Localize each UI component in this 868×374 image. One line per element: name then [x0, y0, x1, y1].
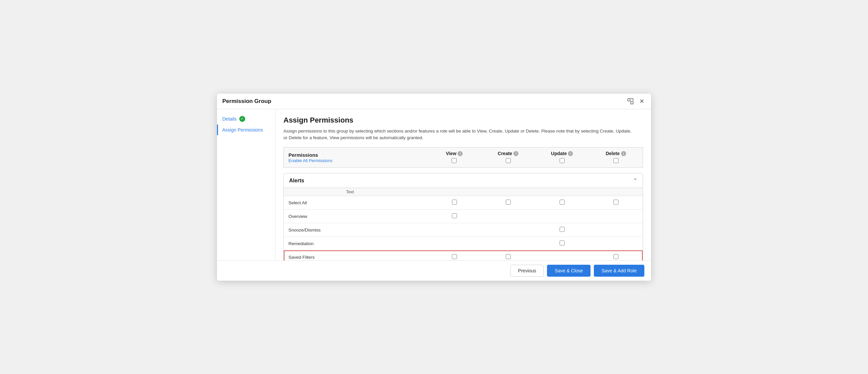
- alerts-table: Select AllOverviewSnooze/DismissRemediat…: [284, 196, 643, 260]
- row-create-cell: [481, 223, 535, 237]
- checkmark-icon: ✓: [239, 116, 245, 122]
- col-permissions-label: Permissions: [288, 152, 423, 158]
- alerts-header: Alerts ⌃: [284, 174, 643, 188]
- close-button[interactable]: ✕: [638, 97, 646, 105]
- col-delete-content: Delete i: [593, 151, 638, 156]
- modal-footer: Previous Save & Close Save & Add Role: [217, 260, 651, 281]
- row-update-checkbox-2[interactable]: [560, 227, 565, 232]
- row-create-cell: [481, 210, 535, 223]
- row-view-cell: [427, 250, 481, 260]
- view-all-checkbox[interactable]: [452, 158, 457, 163]
- alerts-title: Alerts: [289, 178, 304, 184]
- table-row: Remediation: [284, 237, 643, 250]
- expand-button[interactable]: [626, 98, 635, 105]
- table-row: Snooze/Dismiss: [284, 223, 643, 237]
- row-create-cell: [481, 196, 535, 210]
- col-permissions-header: Permissions Enable All Permissions: [284, 148, 427, 168]
- col-create-header: Create i: [481, 148, 535, 168]
- row-delete-checkbox-4[interactable]: [614, 254, 618, 259]
- section-title: Assign Permissions: [283, 116, 643, 125]
- row-view-cell: [427, 210, 481, 223]
- row-update-cell: [535, 223, 589, 237]
- permissions-table: Permissions Enable All Permissions View …: [283, 147, 643, 168]
- table-header: Permissions Enable All Permissions View …: [284, 148, 643, 168]
- sidebar: Details ✓ Assign Permissions: [217, 109, 276, 260]
- col-view-header: View i: [427, 148, 481, 168]
- row-delete-cell: [589, 250, 643, 260]
- row-create-cell: [481, 237, 535, 250]
- row-delete-cell: [589, 196, 643, 210]
- row-delete-checkbox-0[interactable]: [614, 199, 618, 205]
- svg-rect-1: [631, 102, 633, 104]
- modal-body: Details ✓ Assign Permissions Assign Perm…: [217, 109, 651, 260]
- expand-icon: [627, 98, 633, 104]
- description: Assign permissions to this group by sele…: [283, 128, 632, 142]
- row-update-cell: [535, 196, 589, 210]
- collapse-button[interactable]: ⌃: [633, 177, 638, 184]
- row-view-cell: [427, 223, 481, 237]
- table-row: Select All: [284, 196, 643, 210]
- col-update-header: Update i: [535, 148, 589, 168]
- row-create-checkbox-4[interactable]: [506, 254, 511, 259]
- row-update-cell: [535, 250, 589, 260]
- save-add-role-button[interactable]: Save & Add Role: [594, 265, 644, 277]
- sidebar-item-label: Assign Permissions: [222, 127, 263, 132]
- modal-title: Permission Group: [222, 98, 271, 105]
- row-view-checkbox-0[interactable]: [452, 199, 457, 205]
- col-view-label: View: [446, 151, 457, 156]
- col-create-label: Create: [498, 151, 513, 156]
- modal-header: Permission Group ✕: [217, 94, 651, 109]
- save-close-button[interactable]: Save & Close: [547, 265, 591, 277]
- row-update-cell: [535, 210, 589, 223]
- permission-group-modal: Permission Group ✕ Details ✓: [217, 94, 651, 281]
- main-content: Assign Permissions Assign permissions to…: [276, 109, 651, 260]
- view-all-checkbox-cell: [432, 158, 476, 164]
- create-info-icon: i: [514, 151, 518, 156]
- row-delete-cell: [589, 237, 643, 250]
- delete-all-checkbox[interactable]: [614, 158, 618, 163]
- sidebar-item-assign-permissions[interactable]: Assign Permissions: [217, 125, 275, 135]
- svg-rect-0: [628, 99, 630, 101]
- row-update-cell: [535, 237, 589, 250]
- col-view-content: View i: [432, 151, 476, 156]
- row-name: Snooze/Dismiss: [284, 223, 427, 237]
- delete-all-checkbox-cell: [593, 158, 638, 164]
- close-icon: ✕: [639, 98, 644, 105]
- previous-button[interactable]: Previous: [510, 265, 544, 277]
- create-all-checkbox[interactable]: [506, 158, 511, 163]
- update-all-checkbox-cell: [540, 158, 584, 164]
- col-update-content: Update i: [540, 151, 584, 156]
- row-update-checkbox-0[interactable]: [560, 199, 565, 205]
- col-create-content: Create i: [486, 151, 530, 156]
- view-info-icon: i: [458, 151, 463, 156]
- sidebar-item-details[interactable]: Details ✓: [217, 113, 275, 125]
- col-delete-label: Delete: [606, 151, 620, 156]
- row-delete-cell: [589, 223, 643, 237]
- row-create-checkbox-0[interactable]: [506, 199, 511, 205]
- alerts-subheader-label: Text: [341, 189, 480, 194]
- row-name: Remediation: [284, 237, 427, 250]
- row-name: Saved Filters: [284, 250, 427, 260]
- delete-info-icon: i: [621, 151, 626, 156]
- row-name: Overview: [284, 210, 427, 223]
- update-info-icon: i: [568, 151, 573, 156]
- row-name: Select All: [284, 196, 427, 210]
- row-view-cell: [427, 196, 481, 210]
- sidebar-item-label: Details: [222, 116, 237, 122]
- row-view-checkbox-4[interactable]: [452, 254, 457, 259]
- col-delete-header: Delete i: [589, 148, 643, 168]
- col-update-label: Update: [551, 151, 567, 156]
- table-row: Overview: [284, 210, 643, 223]
- alerts-subheader: Text: [284, 188, 643, 196]
- row-view-cell: [427, 237, 481, 250]
- table-row: Saved Filters: [284, 250, 643, 260]
- row-update-checkbox-3[interactable]: [560, 241, 565, 245]
- row-delete-cell: [589, 210, 643, 223]
- header-icons: ✕: [626, 97, 646, 105]
- alerts-section: Alerts ⌃ Text Select AllOverviewSnooze/D…: [283, 173, 643, 260]
- update-all-checkbox[interactable]: [560, 158, 565, 163]
- row-view-checkbox-1[interactable]: [452, 213, 457, 218]
- row-create-cell: [481, 250, 535, 260]
- enable-all-link[interactable]: Enable All Permissions: [288, 158, 332, 163]
- create-all-checkbox-cell: [486, 158, 530, 164]
